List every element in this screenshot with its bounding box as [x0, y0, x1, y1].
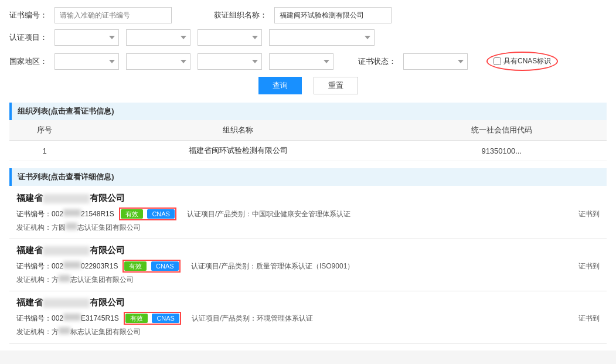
cert-project-select-1[interactable] — [55, 29, 119, 46]
cert-issuer: 发证机构：方标志认证集团有限公司 — [16, 327, 600, 337]
cert-date: 证书到 — [578, 314, 600, 324]
country-select-2[interactable] — [126, 53, 190, 70]
cnas-label: 具有CNAS标识 — [503, 56, 551, 66]
cert-company: 福建省有限公司 — [16, 193, 600, 204]
cnas-checkbox[interactable] — [494, 57, 501, 65]
cert-list: 福建省有限公司 证书编号：00221548R1S 有效 CNAS 认证项目/产品… — [9, 187, 607, 343]
form-row-3: 国家地区： 证书状态： 具有CNAS标识 — [9, 52, 607, 71]
cert-category: 认证项目/产品类别：质量管理体系认证（ISO9001） — [191, 261, 355, 271]
country-label: 国家地区： — [9, 56, 47, 67]
cert-no: 证书编号：002E31745R1S — [16, 314, 119, 324]
badge-valid: 有效 — [125, 314, 148, 323]
cert-project-select-4[interactable] — [269, 29, 375, 46]
query-button[interactable]: 查询 — [258, 77, 302, 94]
badge-cnas: CNAS — [152, 314, 179, 323]
country-select-1[interactable] — [55, 53, 119, 70]
cert-card[interactable]: 福建省有限公司 证书编号：002022903R1S 有效 CNAS 认证项目/产… — [9, 239, 607, 291]
org-table-header-row: 序号 组织名称 统一社会信用代码 — [9, 120, 607, 141]
cert-no-input[interactable] — [55, 7, 172, 23]
badge-valid: 有效 — [121, 209, 143, 219]
cert-issuer: 发证机构：方志认证集团有限公司 — [16, 275, 600, 285]
cnas-checkbox-area: 具有CNAS标识 — [486, 52, 558, 71]
cert-date: 证书到 — [578, 209, 600, 219]
cert-status-label: 证书状态： — [358, 56, 396, 67]
org-col-name: 组织名称 — [80, 120, 397, 141]
cert-project-label: 认证项目： — [9, 32, 47, 43]
org-col-credit: 统一社会信用代码 — [397, 120, 607, 141]
reset-button[interactable]: 重置 — [314, 77, 358, 94]
cert-no: 证书编号：00221548R1S — [16, 209, 114, 219]
cert-section-header: 证书列表(点击查看详细信息) — [9, 168, 607, 186]
badge-valid: 有效 — [124, 261, 147, 271]
cert-project-select-3[interactable] — [198, 29, 262, 46]
cert-card[interactable]: 福建省有限公司 证书编号：00221548R1S 有效 CNAS 认证项目/产品… — [9, 187, 607, 239]
badge-cnas: CNAS — [147, 209, 175, 219]
country-select-4[interactable] — [269, 53, 333, 70]
cert-status-select[interactable] — [403, 53, 468, 70]
org-name-label: 获证组织名称： — [214, 10, 267, 21]
org-col-seq: 序号 — [9, 120, 80, 141]
org-table: 序号 组织名称 统一社会信用代码 1 福建省闽环试验检测有限公司 9135010… — [9, 120, 607, 161]
cert-project-select-2[interactable] — [126, 29, 190, 46]
form-buttons-row: 查询 重置 — [9, 77, 607, 94]
form-row-2: 认证项目： — [9, 29, 607, 46]
cert-no: 证书编号：002022903R1S — [16, 261, 118, 271]
country-select-3[interactable] — [198, 53, 262, 70]
cert-issuer: 发证机构：方圆志认证集团有限公司 — [16, 223, 600, 233]
org-name-input[interactable] — [274, 7, 392, 23]
cert-category: 认证项目/产品类别：环境管理体系认证 — [192, 314, 313, 324]
cert-no-label: 证书编号： — [9, 10, 47, 21]
form-row-1: 证书编号： 获证组织名称： — [9, 7, 607, 23]
cert-company: 福建省有限公司 — [16, 297, 600, 308]
cert-category: 认证项目/产品类别：中国职业健康安全管理体系认证 — [187, 209, 350, 219]
table-row[interactable]: 1 福建省闽环试验检测有限公司 91350100... — [9, 141, 607, 161]
org-credit: 91350100... — [397, 141, 607, 161]
org-seq: 1 — [9, 141, 80, 161]
badge-cnas: CNAS — [151, 261, 179, 271]
org-name: 福建省闽环试验检测有限公司 — [80, 141, 397, 161]
org-section-header: 组织列表(点击查看证书信息) — [9, 103, 607, 120]
cert-company: 福建省有限公司 — [16, 245, 600, 256]
cert-date: 证书到 — [578, 261, 600, 271]
cert-card[interactable]: 福建省有限公司 证书编号：002E31745R1S 有效 CNAS 认证项目/产… — [9, 291, 607, 343]
